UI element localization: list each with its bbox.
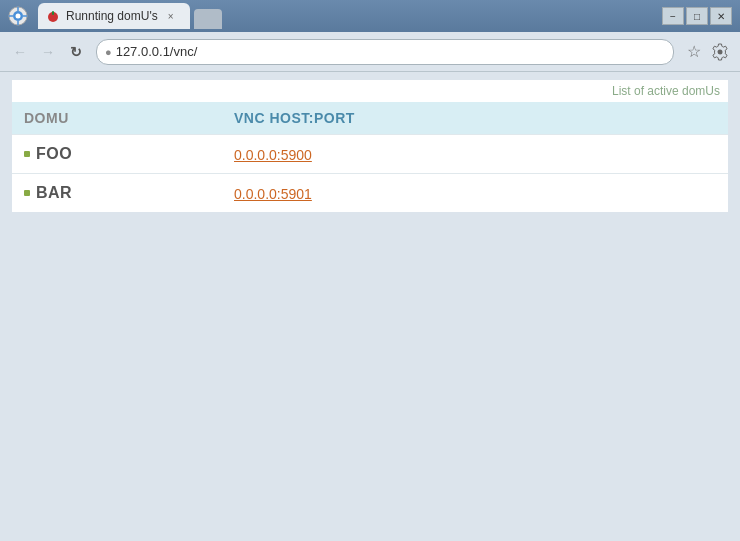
window-controls: − □ ✕	[662, 7, 732, 25]
address-bar[interactable]: ●	[96, 39, 674, 65]
settings-wrench-button[interactable]	[708, 40, 732, 64]
table-header-row: DOMU VNC HOST:PORT	[12, 102, 728, 135]
reload-button[interactable]: ↻	[64, 40, 88, 64]
domu-indicator-icon	[24, 151, 30, 157]
svg-rect-4	[52, 11, 54, 15]
page-inner: List of active domUs DOMU VNC HOST:PORT …	[12, 80, 728, 212]
page-content: List of active domUs DOMU VNC HOST:PORT …	[0, 72, 740, 541]
browser-icon	[8, 6, 28, 26]
vnc-link[interactable]: 0.0.0.0:5900	[234, 147, 312, 163]
address-input[interactable]	[116, 44, 665, 59]
tab-favicon	[46, 9, 60, 23]
domu-vnc-cell: 0.0.0.0:5901	[222, 174, 728, 213]
vnc-link[interactable]: 0.0.0.0:5901	[234, 186, 312, 202]
domu-table: DOMU VNC HOST:PORT FOO0.0.0.0:5900BAR0.0…	[12, 102, 728, 212]
nav-bar: ← → ↻ ● ☆	[0, 32, 740, 72]
back-button[interactable]: ←	[8, 40, 32, 64]
nav-right-buttons: ☆	[682, 40, 732, 64]
domu-name: FOO	[36, 145, 72, 163]
domu-name: BAR	[36, 184, 72, 202]
tab-bar: Runnting domU's ×	[38, 3, 656, 29]
maximize-button[interactable]: □	[686, 7, 708, 25]
forward-button[interactable]: →	[36, 40, 60, 64]
domu-indicator-icon	[24, 190, 30, 196]
table-row: BAR0.0.0.0:5901	[12, 174, 728, 213]
list-title: List of active domUs	[12, 80, 728, 102]
svg-point-2	[16, 14, 21, 19]
close-button[interactable]: ✕	[710, 7, 732, 25]
active-tab[interactable]: Runnting domU's ×	[38, 3, 190, 29]
title-bar: Runnting domU's × − □ ✕	[0, 0, 740, 32]
minimize-button[interactable]: −	[662, 7, 684, 25]
new-tab-area	[194, 9, 222, 29]
address-lock-icon: ●	[105, 46, 112, 58]
table-row: FOO0.0.0.0:5900	[12, 135, 728, 174]
tab-label: Runnting domU's	[66, 9, 158, 23]
domu-name-cell: BAR	[12, 174, 222, 213]
browser-window: Runnting domU's × − □ ✕ ← → ↻ ● ☆	[0, 0, 740, 541]
col-vnc-header: VNC HOST:PORT	[222, 102, 728, 135]
domu-name-cell: FOO	[12, 135, 222, 174]
col-domu-header: DOMU	[12, 102, 222, 135]
tab-close-button[interactable]: ×	[164, 9, 178, 23]
bookmark-star-button[interactable]: ☆	[682, 40, 706, 64]
domu-vnc-cell: 0.0.0.0:5900	[222, 135, 728, 174]
